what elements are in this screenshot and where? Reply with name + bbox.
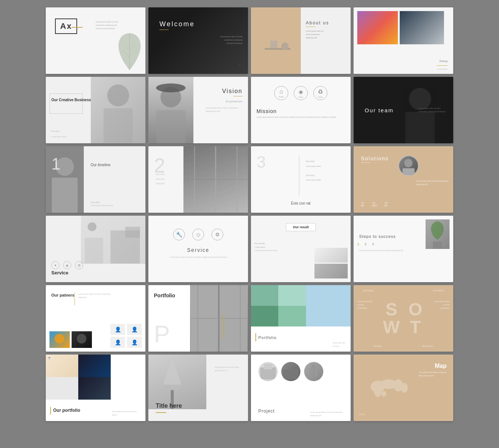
slide-service-text: 🔧 ◇ ⚙ Service Lorem ipsum dolor sit amet…: [148, 216, 248, 282]
welcome-icon: ⌂: [239, 63, 241, 66]
project-desc: Lorem ipsum dolor sit amet consectetur a…: [310, 411, 347, 417]
svc-icon-2: ◈: [63, 261, 71, 269]
vision-photo: [148, 77, 193, 143]
result-photos: [314, 248, 348, 278]
pgrid-4: 👤: [127, 337, 142, 348]
result-photo2: [314, 264, 348, 278]
vision-person: [148, 77, 193, 143]
pg-succulent: [278, 285, 306, 306]
svg-rect-40: [264, 364, 272, 369]
slide-about-us: About us Lorem ipsum dolor sitamet conse…: [251, 7, 351, 74]
about-scene: [261, 37, 294, 59]
svg-point-12: [156, 83, 186, 92]
portfolio2-sub: Event apet spacon eso: [333, 341, 345, 348]
service-room-photo: [81, 216, 146, 264]
solutions-desc: Lorem ipsum dolor sit amet consectetur a…: [416, 179, 450, 186]
pgrid-3: 👤: [110, 337, 125, 348]
mission-icon-drop: ◈Public: [294, 86, 308, 100]
svg-point-29: [55, 334, 64, 343]
svg-rect-11: [156, 110, 186, 143]
slide-partners: Our patners Lorem ipsum dolor sit amet c…: [46, 285, 145, 352]
title-here-text: Title here: [156, 402, 182, 410]
svc-icon-3: ⚙: [75, 261, 83, 269]
title-accent-line: [156, 412, 166, 413]
slide-title-here: Title here Event apet spa con eso lorem …: [148, 355, 248, 421]
project-circles: [258, 362, 323, 381]
sowt-letters: S O W T: [379, 301, 427, 336]
steps-title: Steps to success: [359, 234, 396, 239]
welcome-title: Welcome: [159, 20, 195, 28]
p2-face: [72, 331, 92, 348]
mission-icon-recycle: ♻Public: [313, 86, 327, 100]
svg-marker-38: [163, 359, 182, 385]
partners-photos-row: [49, 331, 92, 348]
title-lamp-photo: [148, 355, 206, 409]
step-1: 1: [357, 242, 359, 246]
proj-circle-1: [258, 362, 278, 381]
svg-rect-6: [270, 41, 278, 48]
slide-timeline-2: 2 2014-20162016-20182018-2020: [148, 146, 248, 213]
welcome-desc: Lorem ipsum dolor sit ametconsectetur ad…: [206, 35, 242, 45]
timeline1-desc: Lorem ipsum dolor sit amet: [91, 204, 144, 207]
welcome-line: [159, 30, 169, 30]
portfolio-letter: P: [154, 322, 170, 346]
creative-frame: [49, 93, 83, 114]
proj-c1-content: [258, 362, 278, 381]
map-desc: Or ut lobore man labore rebum at Map Lor…: [419, 371, 447, 377]
result-amounts: Plus atumlibLorem ipsum: [255, 242, 265, 249]
tl3-number: 3: [257, 154, 266, 170]
room-scene: [81, 216, 146, 264]
slide-our-team: Our team Lorem ipsum dolor sit amet cons…: [354, 77, 453, 143]
result-photo1: [314, 248, 348, 263]
svc2-icon-gear: ⚙: [211, 229, 223, 240]
lamp-svg: [148, 355, 206, 409]
slide-solutions: Solutions Lorem ipsum dolor sit amet con…: [354, 146, 453, 213]
proj-circle-3: [304, 362, 323, 381]
leaf-decoration: [117, 31, 142, 72]
svg-rect-27: [125, 227, 140, 238]
slide-isetup: iSetup Lorem ipsum: [354, 7, 453, 74]
ourport-text: Event apet spa con eso lorem ipsum: [112, 410, 142, 417]
svg-point-48: [381, 391, 386, 397]
team-bg: [354, 77, 453, 143]
project-title: Project: [258, 408, 275, 414]
svg-point-47: [374, 388, 382, 397]
timeline1-number: 1: [51, 155, 61, 172]
ourport-title: Our portfolio: [53, 408, 80, 413]
svc2-icon-diamond: ◇: [192, 229, 204, 240]
mission-title: Mission: [257, 108, 276, 114]
svg-point-46: [400, 383, 408, 393]
creative-desc: Lorem ipsum dolor: [51, 136, 66, 138]
slide-welcome: Welcome Lorem ipsum dolor sit ametconsec…: [148, 7, 248, 74]
svg-point-30: [77, 334, 86, 343]
slide-ax-logo: Ax Lorem ipsum dolor sit ametconsectetur…: [46, 7, 145, 74]
steps-photo: [426, 219, 450, 249]
proj-c2-content: [281, 362, 300, 381]
slide-mission: ⌂Public ◈Public ♻Public Mission Lorem ip…: [251, 77, 351, 143]
creative-sub: Can set to: [51, 130, 60, 132]
op-g4: [78, 377, 111, 400]
logo-text: Ax: [60, 21, 72, 31]
timeline2-dates: 2014-20162016-20182018-2020: [156, 172, 165, 186]
partners-icon-grid: 👤 👤 👤 👤: [110, 324, 142, 348]
result-box: Our result: [286, 223, 316, 231]
slide-project: Project Lorem ipsum dolor sit amet conse…: [251, 355, 351, 421]
slide-creative-business: Our Creative Business Can set to Lorem i…: [46, 77, 145, 143]
partners-accent: [75, 293, 75, 305]
partner-photo-1: [49, 331, 70, 348]
creative-title: Our Creative Business: [51, 97, 91, 103]
isetup-line: [437, 65, 448, 66]
slide-our-portfolio: ☕ Our portfolio Event apet spa con eso l…: [46, 355, 145, 421]
vision-desc: Lorem ipsum dolor sit amet consectetur a…: [206, 106, 242, 113]
pg-cactus: [251, 285, 278, 306]
vision-title: Vision: [222, 88, 242, 95]
sowt-bottom-labels: Strengths Weaknesses: [354, 345, 453, 347]
step-2: 2: [365, 242, 366, 246]
pgrid-1: 👤: [110, 324, 125, 335]
timeline1-title: Our timeline: [91, 163, 111, 167]
proj-circle-2: [281, 362, 300, 381]
pg-dark-green: [251, 306, 278, 326]
step-3: 3: [372, 242, 374, 246]
svg-rect-14: [405, 112, 435, 143]
sowt-label-optional-2: OPTIONAL: [433, 290, 444, 292]
